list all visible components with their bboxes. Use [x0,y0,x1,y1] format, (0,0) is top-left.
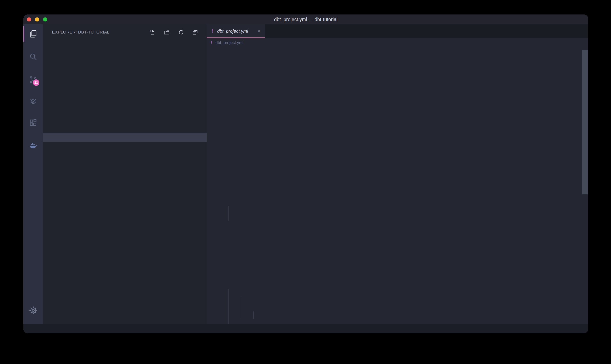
explorer-actions [149,29,198,35]
tree-file-schema-yml[interactable] [43,123,207,133]
activity-item-debug[interactable] [23,92,43,110]
tree-folder-data[interactable] [43,58,207,68]
activity-item-search[interactable] [23,47,43,66]
indent-guide [241,296,241,319]
activity-item-docker[interactable] [23,136,43,155]
editor-group: ! dbt_project.yml × ! dbt_project.yml [207,24,588,324]
refresh-button[interactable] [178,29,184,35]
tab-bar: ! dbt_project.yml × [207,24,588,38]
tree-file--gitkeep[interactable] [43,49,207,58]
new-folder-button[interactable] [163,29,170,35]
indent-guide [253,312,254,319]
tab-dbt-project-yml[interactable]: ! dbt_project.yml × [207,24,265,38]
close-window-button[interactable] [27,17,31,22]
extensions-icon [28,118,38,127]
explorer-sidebar: EXPLORER: DBT-TUTORIAL [43,24,207,324]
yaml-file-icon: ! [211,28,214,34]
vscode-window: dbt_project.yml — dbt-tutorial 11 EXPLOR… [23,14,588,333]
tree-file--gitkeep[interactable] [43,86,207,96]
debug-icon [28,97,38,106]
tree-file-my-first-dbt-model-sql[interactable] [43,105,207,114]
title-bar[interactable]: dbt_project.yml — dbt-tutorial [23,14,588,24]
scm-changes-badge: 11 [33,79,39,86]
tree-file-my-second-dbt-model-sql[interactable] [43,114,207,123]
zoom-window-button[interactable] [43,17,47,22]
status-bar [23,324,588,333]
tree-folder-analysis[interactable] [43,40,207,49]
new-file-icon [149,29,155,35]
indent-guide [228,289,229,324]
file-tree [43,40,207,142]
activity-item-extensions[interactable] [23,113,43,132]
minimize-window-button[interactable] [35,17,39,22]
files-icon [28,29,38,39]
gear-icon [29,306,38,314]
scrollbar[interactable] [582,50,588,195]
tab-label: dbt_project.yml [217,28,248,34]
indent-guide [228,206,229,221]
activity-bar: 11 [23,24,43,324]
new-file-button[interactable] [149,29,155,35]
tree-folder-tests[interactable] [43,133,207,142]
activity-item-source-control[interactable]: 11 [23,70,43,89]
refresh-icon [178,29,184,35]
close-tab-icon[interactable]: × [257,28,261,34]
activity-item-files[interactable] [23,25,43,43]
explorer-title: EXPLORER: DBT-TUTORIAL [52,30,149,35]
code-lines [207,47,588,48]
new-folder-icon [163,29,170,35]
tree-file--gitkeep[interactable] [43,68,207,77]
breadcrumb[interactable]: ! dbt_project.yml [207,38,588,47]
tree-folder-macros[interactable] [43,77,207,86]
window-controls [27,17,47,22]
minimap[interactable] [535,47,582,324]
code-editor[interactable] [207,47,588,324]
search-icon [28,52,38,61]
explorer-header: EXPLORER: DBT-TUTORIAL [43,24,207,40]
collapse-all-button[interactable] [192,29,198,35]
activity-item-settings[interactable] [23,301,43,320]
yaml-file-icon: ! [210,40,213,45]
window-title: dbt_project.yml — dbt-tutorial [274,17,337,22]
docker-icon [28,141,38,150]
tree-folder-models-example[interactable] [43,96,207,105]
breadcrumb-item[interactable]: dbt_project.yml [215,40,244,45]
collapse-all-icon [192,29,198,35]
